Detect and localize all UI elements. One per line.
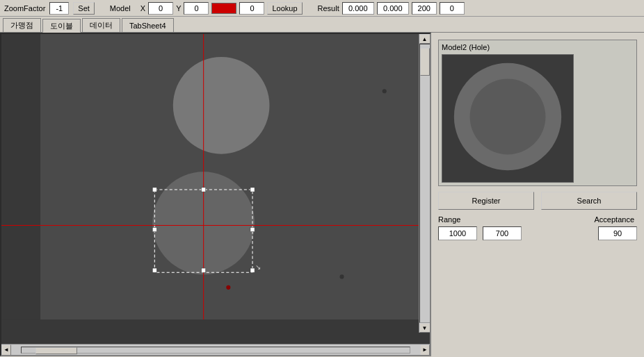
image-canvas: ↘ (1, 34, 430, 344)
result-section: Result (318, 2, 465, 15)
buttons-row: Register Search (438, 192, 637, 210)
tab-gamengjeom[interactable]: 가맹점 (3, 18, 41, 32)
main-content: ↘ ▲ ▼ ◄ ► (0, 33, 644, 356)
model-x-input[interactable] (148, 2, 173, 15)
scroll-right-button[interactable]: ► (420, 344, 430, 356)
hscroll-track[interactable] (21, 347, 410, 354)
scroll-thumb[interactable] (420, 48, 430, 76)
hscroll-thumb[interactable] (35, 347, 77, 354)
svg-point-19 (226, 285, 230, 290)
zoom-factor-input[interactable] (49, 2, 69, 15)
fields-inputs-row (438, 226, 637, 240)
register-button[interactable]: Register (438, 192, 534, 210)
svg-rect-8 (202, 188, 206, 192)
model-y-input[interactable] (184, 2, 209, 15)
svg-point-22 (470, 79, 546, 155)
svg-text:↘: ↘ (255, 263, 261, 271)
svg-rect-13 (202, 268, 206, 272)
y-coord-label: Y (176, 4, 181, 13)
x-coord-label: X (140, 4, 145, 13)
right-panel: Model2 (Hole) Register Search Range Acce… (431, 33, 644, 356)
result-val1-input[interactable] (412, 2, 437, 15)
result-val2-input[interactable] (440, 2, 465, 15)
search-button[interactable]: Search (541, 192, 637, 210)
fields-section: Range Acceptance (438, 215, 637, 240)
zoom-factor-label: ZoomFactor (4, 4, 45, 13)
model-section: Model X Y Lookup (110, 2, 303, 15)
set-button[interactable]: Set (73, 2, 95, 15)
svg-rect-10 (152, 227, 156, 231)
svg-rect-7 (152, 188, 156, 192)
acceptance-label: Acceptance (595, 215, 637, 224)
scroll-left-button[interactable]: ◄ (1, 344, 11, 356)
image-panel: ↘ ▲ ▼ ◄ ► (0, 33, 431, 356)
model-preview-title: Model2 (Hole) (442, 43, 634, 51)
svg-point-17 (383, 89, 387, 93)
fields-labels-row: Range Acceptance (438, 215, 637, 224)
tab-tabsheet4[interactable]: TabSheet4 (122, 18, 174, 32)
model-preview-box: Model2 (Hole) (438, 40, 637, 186)
preview-svg (442, 54, 573, 183)
result-x-input[interactable] (342, 2, 374, 15)
scroll-up-button[interactable]: ▲ (419, 34, 430, 44)
acceptance-val-input[interactable] (598, 226, 637, 240)
tab-bar: 가맹점 도이블 데이터 TabSheet4 (0, 17, 644, 33)
toolbar: ZoomFactor Set Model X Y Lookup Result (0, 0, 644, 17)
range-val2-input[interactable] (483, 226, 522, 240)
svg-rect-11 (250, 227, 255, 231)
lookup-button[interactable]: Lookup (267, 2, 302, 15)
scroll-track[interactable] (419, 44, 430, 323)
svg-rect-14 (250, 268, 255, 272)
svg-point-18 (339, 274, 344, 279)
result-label: Result (318, 4, 339, 13)
result-y-input[interactable] (377, 2, 409, 15)
range-val1-input[interactable] (438, 226, 477, 240)
svg-rect-9 (250, 188, 255, 192)
svg-rect-15 (1, 319, 430, 344)
svg-rect-1 (1, 34, 40, 344)
model-label: Model (110, 4, 131, 13)
model-extra-input[interactable] (239, 2, 264, 15)
svg-point-2 (173, 57, 270, 154)
svg-rect-12 (152, 268, 156, 272)
tab-doibleu[interactable]: 도이블 (42, 19, 81, 33)
tab-data[interactable]: 데이터 (82, 18, 120, 32)
model-preview-image (442, 54, 574, 183)
canvas-area[interactable]: ↘ ▲ ▼ (1, 34, 430, 344)
color-swatch (211, 3, 236, 14)
scroll-down-button[interactable]: ▼ (419, 323, 430, 333)
horizontal-scrollbar[interactable]: ◄ ► (1, 344, 430, 355)
vertical-scrollbar[interactable]: ▲ ▼ (419, 34, 430, 333)
range-label: Range (438, 215, 460, 224)
